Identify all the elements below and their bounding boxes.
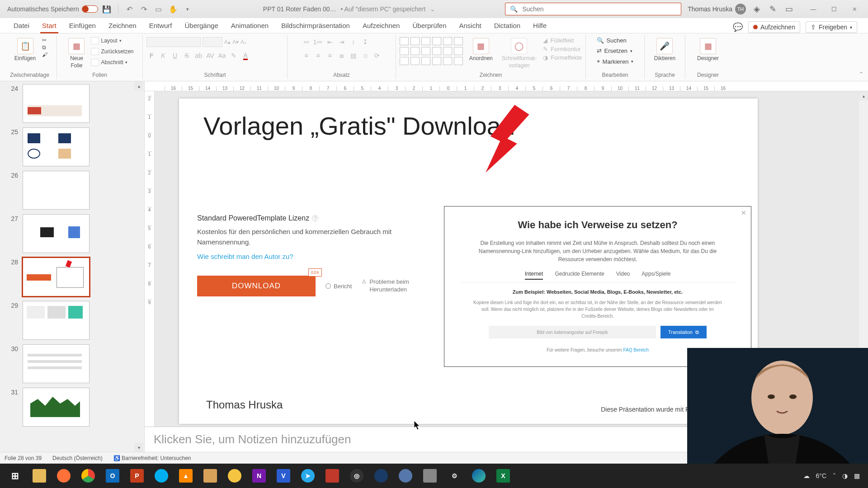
document-name-dropdown-icon[interactable]: ⌄ <box>430 5 435 13</box>
font-color-button[interactable]: A <box>241 51 250 61</box>
copy-button[interactable]: ⧉ <box>42 44 47 51</box>
slide-thumbnail[interactable] <box>23 84 90 123</box>
bold-button[interactable]: F <box>146 51 156 61</box>
tb-app2[interactable] <box>223 466 246 485</box>
dictate-button[interactable]: 🎤 Diktieren <box>651 37 678 62</box>
redo-icon[interactable]: ↷ <box>138 3 150 15</box>
shape-effects-button[interactable]: ◑Formeffekte <box>543 54 582 61</box>
italic-button[interactable]: K <box>158 51 168 61</box>
tb-obs[interactable]: ◎ <box>345 466 368 485</box>
tray-icon-2[interactable]: ▩ <box>854 472 860 479</box>
justify-button[interactable]: ≣ <box>337 51 347 61</box>
arrange-button[interactable]: ▦ Anordnen <box>467 37 495 62</box>
line-spacing-button[interactable]: ↕ <box>349 37 359 47</box>
indent-more-button[interactable]: ⇥ <box>337 37 347 47</box>
layout-button[interactable]: Layout ▾ <box>91 37 133 44</box>
qat-dropdown-icon[interactable]: ▾ <box>182 3 193 15</box>
modal-copy-button[interactable]: Translation ⧉ <box>660 326 707 338</box>
tb-outlook[interactable]: O <box>101 466 124 485</box>
case-button[interactable]: Aa <box>217 51 227 61</box>
slide-thumbnail[interactable] <box>23 344 90 383</box>
scroll-up-icon[interactable]: ▴ <box>134 81 143 90</box>
slide-counter[interactable]: Folie 28 von 39 <box>5 455 42 461</box>
scroll-down-icon[interactable]: ▾ <box>134 443 143 452</box>
minimize-button[interactable]: — <box>804 3 823 15</box>
modal-tab-print[interactable]: Gedruckte Elemente <box>555 271 604 280</box>
share-button[interactable]: ⇪ Freigeben ▾ <box>806 21 857 33</box>
reset-button[interactable]: Zurücksetzen <box>91 48 133 55</box>
align-left-button[interactable]: ≡ <box>302 51 311 61</box>
bullets-button[interactable]: ≔ <box>302 37 311 47</box>
columns-button[interactable]: ▤ <box>349 51 359 61</box>
editor-scroll-up-icon[interactable]: ▴ <box>859 91 868 100</box>
text-direction-button[interactable]: ↧ <box>360 37 370 47</box>
tab-zeichnen[interactable]: Zeichnen <box>102 18 143 33</box>
info-circle-icon[interactable]: ? <box>312 215 318 221</box>
tab-ueberpruefen[interactable]: Überprüfen <box>406 18 453 33</box>
tray-expand-icon[interactable]: ˄ <box>833 472 836 479</box>
new-slide-button[interactable]: ▦ Neue Folie <box>66 37 87 70</box>
close-button[interactable]: ✕ <box>845 3 864 15</box>
search-box[interactable]: 🔍 <box>505 3 681 15</box>
slide-thumbnail[interactable] <box>23 301 90 340</box>
tab-start[interactable]: Start <box>36 18 63 33</box>
smart-art-button[interactable]: ⟳ <box>372 51 382 61</box>
grow-font-icon[interactable]: A▴ <box>224 39 231 45</box>
tb-skype[interactable] <box>150 466 173 485</box>
tb-settings[interactable]: ⚙ <box>443 466 466 485</box>
start-button[interactable]: ⊞ <box>4 466 26 485</box>
slide-thumbnail[interactable] <box>23 388 90 427</box>
accessibility-checker[interactable]: ♿ Barrierefreiheit: Untersuchen <box>113 455 191 461</box>
modal-tab-internet[interactable]: Internet <box>525 271 543 280</box>
language-indicator[interactable]: Deutsch (Österreich) <box>52 455 103 461</box>
spacing-button[interactable]: AV <box>205 51 215 61</box>
paste-button[interactable]: 📋 Einfügen <box>12 37 38 62</box>
tb-app1[interactable] <box>199 466 222 485</box>
report-button[interactable]: Bericht <box>326 283 352 290</box>
tab-ansicht[interactable]: Ansicht <box>453 18 488 33</box>
strike-button[interactable]: S <box>182 51 192 61</box>
tb-vlc[interactable]: ▲ <box>175 466 197 485</box>
tab-datei[interactable]: Datei <box>7 18 36 33</box>
tb-app4[interactable] <box>370 466 392 485</box>
modal-tab-apps[interactable]: Apps/Spiele <box>642 271 670 280</box>
tb-onenote[interactable]: N <box>248 466 270 485</box>
comments-icon[interactable]: 💬 <box>733 22 743 32</box>
cut-button[interactable]: ✂ <box>42 37 47 43</box>
slide-thumbnail[interactable] <box>23 214 90 253</box>
shrink-font-icon[interactable]: A▾ <box>232 39 239 45</box>
modal-faq-link[interactable]: FAQ Bereich <box>623 347 649 352</box>
tb-telegram[interactable]: ➤ <box>297 466 319 485</box>
shape-outline-button[interactable]: ✎Formkontur <box>543 46 582 52</box>
slide-thumbnail[interactable] <box>23 171 90 210</box>
designer-button[interactable]: ▦ Designer <box>694 37 722 62</box>
quickformat-button[interactable]: ◯ Schnellformat- vorlagen <box>499 37 539 70</box>
attribution-link[interactable]: Wie schreibt man den Autor zu? <box>197 253 428 260</box>
tab-dictation[interactable]: Dictation <box>488 18 527 33</box>
format-painter-button[interactable]: 🖌 <box>42 52 47 58</box>
from-beginning-icon[interactable]: ▭ <box>153 3 165 15</box>
tb-vs[interactable]: V <box>272 466 295 485</box>
tb-edge[interactable] <box>467 466 490 485</box>
document-name[interactable]: PPT 01 Roter Faden 00… <box>263 5 336 13</box>
find-button[interactable]: 🔍Suchen <box>597 37 627 44</box>
tab-einfuegen[interactable]: Einfügen <box>63 18 102 33</box>
replace-button[interactable]: ⇄Ersetzen ▾ <box>597 47 632 54</box>
align-right-button[interactable]: ≡ <box>325 51 335 61</box>
numbering-button[interactable]: 1≔ <box>313 37 323 47</box>
tab-animationen[interactable]: Animationen <box>225 18 275 33</box>
shadow-button[interactable]: ab <box>193 51 203 61</box>
slide-thumbnail[interactable] <box>23 258 90 296</box>
tb-excel[interactable]: X <box>492 466 514 485</box>
tb-firefox[interactable] <box>52 466 75 485</box>
align-text-button[interactable]: ⎅ <box>360 51 370 61</box>
tb-powerpoint[interactable]: P <box>126 466 148 485</box>
select-button[interactable]: ⌖Markieren ▾ <box>597 58 634 65</box>
license-panel[interactable]: Standard PoweredTemplate Lizenz ? Kosten… <box>197 214 428 260</box>
tb-app5[interactable] <box>394 466 417 485</box>
shape-fill-button[interactable]: ◢Fülleffekt <box>543 37 582 44</box>
ribbon-collapse-icon[interactable]: ⌃ <box>859 71 863 77</box>
tb-app3[interactable] <box>321 466 344 485</box>
indent-less-button[interactable]: ⇤ <box>325 37 335 47</box>
diamond-icon[interactable]: ◈ <box>751 4 762 14</box>
